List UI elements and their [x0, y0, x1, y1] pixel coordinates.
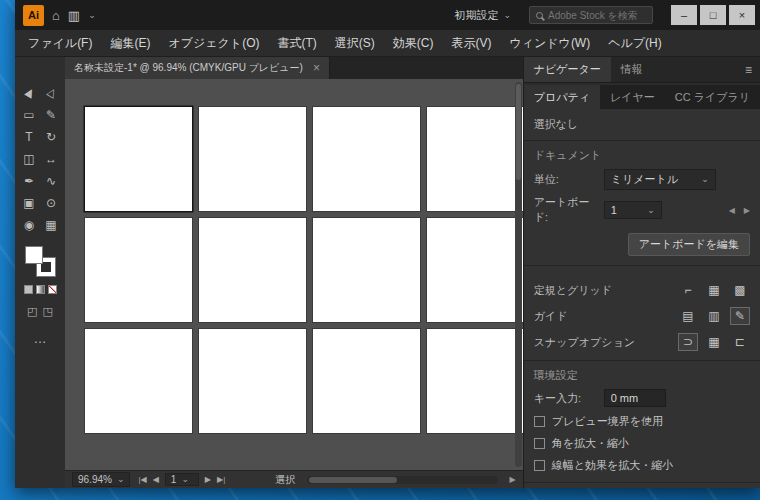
guides-label: ガイド	[534, 309, 672, 324]
menu-help[interactable]: ヘルプ(H)	[599, 30, 671, 56]
preview-bounds-checkbox[interactable]	[534, 416, 545, 427]
next-artboard-icon[interactable]: ▶	[744, 206, 750, 215]
transparency-grid-icon[interactable]: ▩	[730, 281, 750, 299]
close-button[interactable]: ×	[729, 5, 755, 25]
previous-artboard-icon[interactable]: ◀	[153, 475, 159, 484]
mesh-tool[interactable]: ▦	[41, 217, 61, 232]
width-tool[interactable]: ↔	[41, 151, 61, 166]
none-button[interactable]	[48, 285, 57, 294]
tab-info[interactable]: 情報	[611, 57, 653, 82]
stock-search-box[interactable]	[529, 6, 653, 24]
artboard-5[interactable]	[85, 218, 192, 322]
preferences-section: 環境設定 キー入力: プレビュー境界を使用 角を拡大・縮小	[524, 361, 760, 483]
zoom-level-dropdown[interactable]: 96.94% ⌄	[72, 472, 130, 487]
lock-guides-icon[interactable]: ▥	[704, 307, 724, 325]
artboard-10[interactable]	[199, 329, 306, 433]
first-artboard-icon[interactable]: |◀	[138, 475, 146, 484]
edit-artboards-button[interactable]: アートボードを編集	[628, 233, 750, 256]
zoom-tool[interactable]: ⊙	[41, 195, 61, 210]
scale-strokes-checkbox[interactable]	[534, 460, 545, 471]
search-icon	[536, 12, 543, 19]
edit-toolbar-button[interactable]: …	[34, 331, 47, 346]
snap-to-point-icon[interactable]: ⊃	[678, 333, 698, 351]
draw-behind-icon[interactable]: ◳	[43, 305, 53, 318]
artboard-step-arrows: ◀ ▶	[729, 206, 750, 215]
workspace-label: 初期設定	[454, 8, 498, 23]
minimize-button[interactable]: –	[671, 5, 697, 25]
artboard-4[interactable]	[427, 107, 523, 211]
snap-to-glyph-icon[interactable]: ⊏	[730, 333, 750, 351]
tab-navigator[interactable]: ナビゲーター	[524, 57, 611, 82]
tab-cc-libraries[interactable]: CC ライブラリ	[665, 85, 760, 109]
artboard-7[interactable]	[313, 218, 420, 322]
artboard-value: 1	[611, 204, 617, 216]
menu-file[interactable]: ファイル(F)	[19, 30, 101, 56]
artboard-9[interactable]	[85, 329, 192, 433]
document-tab[interactable]: 名称未設定-1* @ 96.94% (CMYK/GPU プレビュー) ×	[65, 57, 330, 79]
window-controls: – □ ×	[671, 5, 755, 25]
horizontal-scrollbar-thumb[interactable]	[309, 477, 397, 483]
menu-edit[interactable]: 編集(E)	[101, 30, 159, 56]
chevron-down-icon: ⌄	[181, 475, 189, 484]
artboard-6[interactable]	[199, 218, 306, 322]
artboard-2[interactable]	[199, 107, 306, 211]
artboard-label: アートボード:	[534, 195, 604, 225]
artboard-3[interactable]	[313, 107, 420, 211]
show-guides-icon[interactable]: ▤	[678, 307, 698, 325]
grid-icon[interactable]: ▦	[704, 281, 724, 299]
scroll-right-icon[interactable]: ▶	[510, 475, 516, 484]
canvas[interactable]	[65, 79, 523, 470]
workspace-switcher[interactable]: 初期設定 ⌄	[454, 8, 511, 23]
next-artboard-icon[interactable]: ▶	[205, 475, 211, 484]
artboard-dropdown[interactable]: 1 ⌄	[604, 201, 662, 219]
paintbrush-tool[interactable]: ✎	[41, 107, 61, 122]
artboard-8[interactable]	[427, 218, 523, 322]
ruler-icon[interactable]: ⌐	[678, 281, 698, 299]
panel-menu-icon[interactable]: ≡	[737, 57, 760, 82]
artboard-12[interactable]	[427, 329, 523, 433]
close-tab-icon[interactable]: ×	[313, 61, 320, 75]
artboard-tool[interactable]: ▣	[19, 195, 39, 210]
fill-swatch[interactable]	[25, 246, 43, 264]
scale-corners-checkbox[interactable]	[534, 438, 545, 449]
artboard-number-dropdown[interactable]: 1 ⌄	[165, 473, 199, 486]
artboard-11[interactable]	[313, 329, 420, 433]
snap-to-grid-icon[interactable]: ▦	[704, 333, 724, 351]
rotate-tool[interactable]: ↻	[41, 129, 61, 144]
menu-select[interactable]: 選択(S)	[326, 30, 384, 56]
vertical-scrollbar-thumb[interactable]	[516, 84, 521, 180]
menu-view[interactable]: 表示(V)	[442, 30, 500, 56]
menu-effect[interactable]: 効果(C)	[384, 30, 443, 56]
search-input[interactable]	[548, 10, 646, 21]
curvature-tool[interactable]: ∿	[41, 173, 61, 188]
rectangle-tool[interactable]: ▭	[19, 107, 39, 122]
edit-guides-icon[interactable]: ✎	[730, 307, 750, 325]
unit-dropdown[interactable]: ミリメートル ⌄	[604, 169, 716, 190]
selection-tool[interactable]: ▶	[19, 85, 39, 100]
tab-layers[interactable]: レイヤー	[600, 85, 665, 109]
artboard-1[interactable]	[85, 107, 192, 211]
direct-selection-tool[interactable]: ▷	[41, 85, 61, 100]
gradient-button[interactable]	[36, 285, 45, 294]
horizontal-scrollbar[interactable]	[307, 476, 497, 484]
view-options-section: 定規とグリッド ⌐ ▦ ▩ ガイド ▤ ▥ ✎ スナップオプション ⊃	[524, 266, 760, 361]
menu-type[interactable]: 書式(T)	[268, 30, 325, 56]
hand-tool[interactable]: ◉	[19, 217, 39, 232]
draw-normal-icon[interactable]: ◰	[27, 305, 37, 318]
type-tool[interactable]: T	[19, 129, 39, 144]
chevron-down-icon[interactable]: ⌄	[88, 11, 96, 20]
menu-object[interactable]: オブジェクト(O)	[159, 30, 268, 56]
home-icon[interactable]: ⌂	[52, 9, 60, 22]
artboard-layout-icon[interactable]: ▥	[68, 9, 80, 22]
last-artboard-icon[interactable]: ▶|	[217, 475, 225, 484]
pen-tool[interactable]: ✒	[19, 173, 39, 188]
previous-artboard-icon[interactable]: ◀	[729, 206, 735, 215]
color-button[interactable]	[24, 285, 33, 294]
tab-properties[interactable]: プロパティ	[524, 85, 600, 109]
maximize-button[interactable]: □	[700, 5, 726, 25]
vertical-scrollbar[interactable]	[515, 82, 522, 467]
key-input-field[interactable]	[604, 389, 666, 407]
menu-window[interactable]: ウィンドウ(W)	[500, 30, 599, 56]
eraser-tool[interactable]: ◫	[19, 151, 39, 166]
key-input-label: キー入力:	[534, 391, 604, 406]
